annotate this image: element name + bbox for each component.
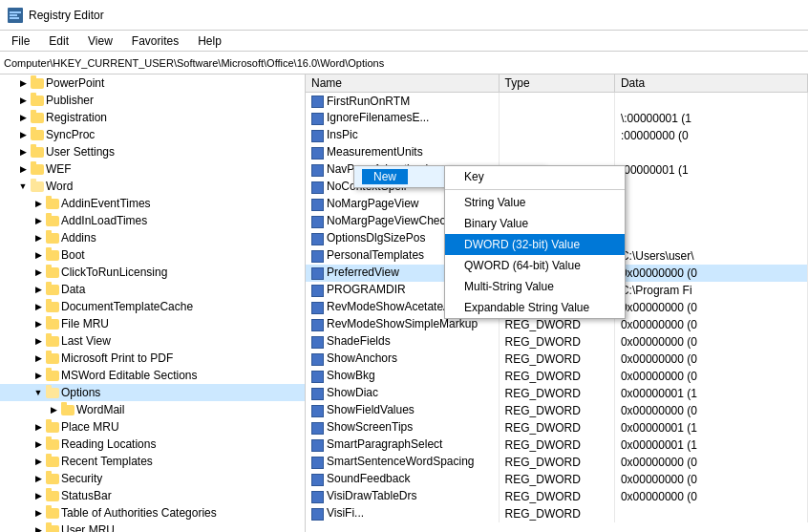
expander-addin-event-times[interactable]: ▶ [31, 199, 46, 208]
tree-item-last-view[interactable]: ▶ Last View [0, 332, 305, 350]
expander-data[interactable]: ▶ [31, 285, 46, 294]
tree-item-user-mru[interactable]: ▶ User MRU [0, 521, 305, 532]
expander-boot[interactable]: ▶ [31, 250, 46, 260]
table-row[interactable]: MeasurementUnits [306, 144, 808, 161]
table-row[interactable]: VisiDrawTableDrsREG_DWORD0x00000000 (0 [306, 488, 808, 505]
expander-statusbar[interactable]: ▶ [31, 491, 46, 500]
tree-item-data[interactable]: ▶ Data [0, 281, 305, 298]
expander-addin-load-times[interactable]: ▶ [31, 216, 46, 225]
tree-label-user-mru: User MRU [61, 523, 115, 532]
expander-user-mru[interactable]: ▶ [31, 525, 46, 532]
submenu-item-expandable-string[interactable]: Expandable String Value [445, 297, 625, 318]
expander-publisher[interactable]: ▶ [15, 96, 31, 105]
menu-favorites[interactable]: Favorites [124, 32, 186, 50]
new-button[interactable]: New [362, 169, 408, 184]
tree-item-reading-locations[interactable]: ▶ Reading Locations [0, 436, 305, 453]
folder-icon-table-of-authorities [46, 508, 59, 519]
tree-pane[interactable]: ▶ PowerPoint ▶ Publisher ▶ Registration … [0, 74, 306, 532]
menu-edit[interactable]: Edit [41, 32, 76, 50]
expander-msword-editable[interactable]: ▶ [31, 371, 46, 380]
expander-wordmail[interactable]: ▶ [46, 405, 61, 415]
tree-item-table-of-authorities[interactable]: ▶ Table of Authorities Categories [0, 504, 305, 521]
tree-item-registration[interactable]: ▶ Registration [0, 109, 305, 126]
tree-item-word[interactable]: ▼ Word [0, 178, 305, 195]
expander-place-mru[interactable]: ▶ [31, 422, 46, 432]
reg-icon [311, 405, 324, 417]
expander-doc-template-cache[interactable]: ▶ [31, 302, 46, 311]
submenu-item-string-value[interactable]: String Value [445, 192, 625, 213]
folder-icon-addin-load-times [46, 216, 59, 226]
folder-icon-word [31, 181, 44, 192]
menu-view[interactable]: View [80, 32, 120, 50]
tree-item-security[interactable]: ▶ Security [0, 470, 305, 487]
submenu-label-multi-string: Multi-String Value [464, 280, 554, 293]
expander-powerpoint[interactable]: ▶ [15, 78, 31, 88]
expander-file-mru[interactable]: ▶ [31, 319, 46, 329]
tree-item-place-mru[interactable]: ▶ Place MRU [0, 418, 305, 436]
expander-options[interactable]: ▼ [31, 388, 46, 397]
table-row[interactable]: SmartSentenceWordSpacingREG_DWORD0x00000… [306, 454, 808, 471]
tree-item-addin-event-times[interactable]: ▶ AddinEventTimes [0, 195, 305, 212]
cell-data: :00000000 (0 [614, 127, 807, 144]
new-submenu[interactable]: Key String Value Binary Value DWORD (32-… [444, 165, 626, 319]
table-row[interactable]: IgnoreFilenamesE...\:00000001 (1 [306, 110, 808, 127]
table-row[interactable]: SmartParagraphSelectREG_DWORD0x00000001 … [306, 436, 808, 454]
table-row[interactable]: ShowFieldValuesREG_DWORD0x00000000 (0 [306, 402, 808, 419]
folder-icon-options [46, 388, 59, 398]
expander-ms-print-pdf[interactable]: ▶ [31, 353, 46, 363]
table-row[interactable]: FirstRunOnRTM [306, 93, 808, 110]
table-row[interactable]: InsPic:00000000 (0 [306, 127, 808, 144]
tree-item-powerpoint[interactable]: ▶ PowerPoint [0, 74, 305, 92]
folder-icon-user-settings [31, 147, 44, 158]
submenu-item-dword[interactable]: DWORD (32-bit) Value [445, 234, 625, 255]
expander-recent-templates[interactable]: ▶ [31, 457, 46, 466]
expander-registration[interactable]: ▶ [15, 113, 31, 122]
tree-item-syncproc[interactable]: ▶ SyncProc [0, 126, 305, 143]
expander-wef[interactable]: ▶ [15, 164, 31, 174]
table-row[interactable]: VisiFi...REG_DWORD [306, 505, 808, 522]
menu-help[interactable]: Help [190, 32, 229, 50]
table-row[interactable]: ShowBkgREG_DWORD0x00000000 (0 [306, 368, 808, 385]
cell-name: ShowBkg [306, 368, 499, 385]
expander-last-view[interactable]: ▶ [31, 336, 46, 346]
expander-reading-locations[interactable]: ▶ [31, 439, 46, 449]
tree-item-statusbar[interactable]: ▶ StatusBar [0, 487, 305, 504]
tree-item-options[interactable]: ▼ Options [0, 384, 305, 401]
tree-item-file-mru[interactable]: ▶ File MRU [0, 315, 305, 332]
submenu-item-multi-string[interactable]: Multi-String Value [445, 276, 625, 297]
menu-file[interactable]: File [4, 32, 37, 50]
expander-table-of-authorities[interactable]: ▶ [31, 508, 46, 518]
cell-type: REG_DWORD [499, 436, 614, 454]
expander-security[interactable]: ▶ [31, 474, 46, 483]
submenu-item-qword[interactable]: QWORD (64-bit) Value [445, 255, 625, 276]
table-row[interactable]: SoundFeedbackREG_DWORD0x00000000 (0 [306, 471, 808, 488]
tree-item-addin-load-times[interactable]: ▶ AddInLoadTimes [0, 212, 305, 229]
expander-user-settings[interactable]: ▶ [15, 147, 31, 157]
submenu-label-binary-value: Binary Value [464, 217, 528, 230]
table-row[interactable]: ShadeFieldsREG_DWORD0x00000000 (0 [306, 333, 808, 351]
table-row[interactable]: ShowAnchorsREG_DWORD0x00000000 (0 [306, 351, 808, 368]
table-row[interactable]: ShowDiacREG_DWORD0x00000001 (1 [306, 385, 808, 402]
folder-icon-last-view [46, 336, 59, 347]
cell-data [614, 505, 807, 522]
tree-item-recent-templates[interactable]: ▶ Recent Templates [0, 453, 305, 470]
submenu-item-key[interactable]: Key [445, 166, 625, 187]
expander-word[interactable]: ▼ [15, 181, 31, 191]
table-row[interactable]: ShowScreenTipsREG_DWORD0x00000001 (1 [306, 419, 808, 436]
tree-item-user-settings[interactable]: ▶ User Settings [0, 143, 305, 160]
tree-item-wordmail[interactable]: ▶ WordMail [0, 401, 305, 418]
tree-item-boot[interactable]: ▶ Boot [0, 246, 305, 264]
tree-item-wef[interactable]: ▶ WEF [0, 160, 305, 178]
expander-addins[interactable]: ▶ [31, 233, 46, 243]
folder-icon-click-to-run [46, 267, 59, 278]
tree-item-addins[interactable]: ▶ Addins [0, 229, 305, 246]
tree-item-msword-editable[interactable]: ▶ MSWord Editable Sections [0, 367, 305, 384]
tree-item-publisher[interactable]: ▶ Publisher [0, 92, 305, 109]
tree-item-click-to-run[interactable]: ▶ ClickToRunLicensing [0, 264, 305, 281]
tree-item-doc-template-cache[interactable]: ▶ DocumentTemplateCache [0, 298, 305, 315]
expander-click-to-run[interactable]: ▶ [31, 267, 46, 277]
tree-item-ms-print-pdf[interactable]: ▶ Microsoft Print to PDF [0, 350, 305, 367]
cell-data: \:00000001 (1 [614, 110, 807, 127]
expander-syncproc[interactable]: ▶ [15, 130, 31, 139]
submenu-item-binary-value[interactable]: Binary Value [445, 213, 625, 234]
